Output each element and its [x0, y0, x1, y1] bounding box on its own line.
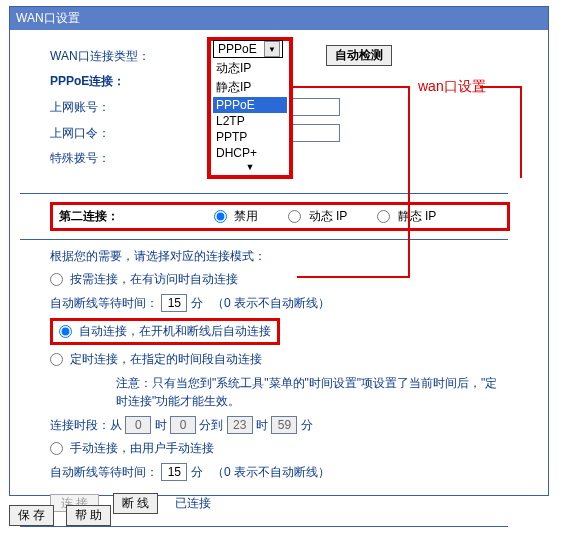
- time-m1: [170, 416, 196, 434]
- conn-state: 已连接: [175, 496, 211, 510]
- wan-type-select[interactable]: PPPoE ▼: [213, 40, 283, 58]
- autodetect-button[interactable]: 自动检测: [326, 45, 392, 66]
- save-button[interactable]: 保 存: [9, 505, 54, 526]
- annotation-label: wan口设置: [418, 78, 486, 96]
- wait-input-1[interactable]: [161, 294, 187, 312]
- wait-label: 自动断线等待时间：: [50, 296, 158, 310]
- period-label: 连接时段：从: [50, 418, 122, 432]
- wan-type-dropdown[interactable]: PPPoE ▼ 动态IP 静态IP PPPoE L2TP PPTP DHCP+ …: [207, 37, 293, 179]
- mode-ondemand[interactable]: 按需连接，在有访问时自动连接: [50, 272, 238, 286]
- mode-auto[interactable]: 自动连接，在开机和断线后自动连接: [59, 323, 271, 340]
- opt-static[interactable]: 静态IP: [213, 78, 287, 97]
- time-h2: [227, 416, 253, 434]
- opt-more[interactable]: ▼: [213, 161, 287, 173]
- second-connection-row: 第二连接： 禁用 动态 IP 静态 IP: [50, 202, 510, 231]
- time-m2: [271, 416, 297, 434]
- second-conn-label: 第二连接：: [59, 208, 214, 225]
- opt-dynamic[interactable]: 动态IP: [213, 59, 287, 78]
- time-h1: [125, 416, 151, 434]
- account-label: 上网账号：: [50, 99, 150, 116]
- password-label: 上网口令：: [50, 125, 150, 142]
- wan-type-value: PPPoE: [218, 42, 257, 56]
- pppoe-header: PPPoE连接：: [50, 73, 150, 90]
- mode-manual[interactable]: 手动连接，由用户手动连接: [50, 441, 214, 455]
- second-static[interactable]: 静态 IP: [377, 208, 436, 225]
- opt-l2tp[interactable]: L2TP: [213, 113, 287, 129]
- panel-title: WAN口设置: [10, 7, 548, 30]
- wait-note: （0 表示不自动断线）: [212, 296, 330, 310]
- wait-input-2[interactable]: [161, 463, 187, 481]
- opt-dhcp[interactable]: DHCP+: [213, 145, 287, 161]
- mode-auto-row: 自动连接，在开机和断线后自动连接: [50, 318, 280, 345]
- mode-sched[interactable]: 定时连接，在指定的时间段自动连接: [50, 352, 262, 366]
- chevron-down-icon: ▼: [264, 41, 280, 57]
- disconnect-button[interactable]: 断 线: [113, 493, 158, 514]
- opt-pppoe[interactable]: PPPoE: [213, 97, 287, 113]
- special-label: 特殊拨号：: [50, 150, 150, 167]
- wan-type-label: WAN口连接类型：: [50, 48, 150, 65]
- second-dynamic[interactable]: 动态 IP: [288, 208, 347, 225]
- opt-pptp[interactable]: PPTP: [213, 129, 287, 145]
- help-button[interactable]: 帮 助: [66, 505, 111, 526]
- second-disable[interactable]: 禁用: [214, 208, 258, 225]
- sched-note: 注意：只有当您到"系统工具"菜单的"时间设置"项设置了当前时间后，"定时连接"功…: [116, 374, 508, 410]
- mode-intro: 根据您的需要，请选择对应的连接模式：: [50, 248, 548, 265]
